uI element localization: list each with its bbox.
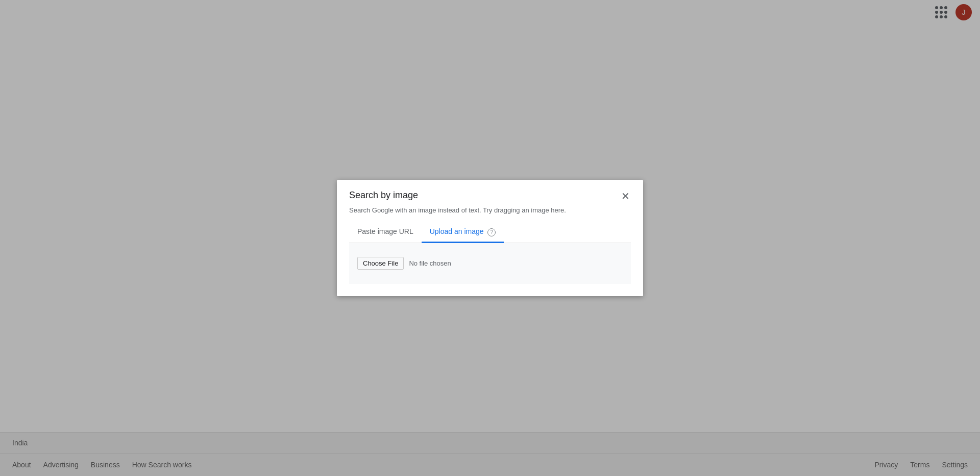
- upload-tab-content: Choose File No file chosen: [349, 243, 631, 284]
- search-by-image-modal: Search by image ✕ Search Google with an …: [337, 180, 643, 296]
- modal-overlay: Search by image ✕ Search Google with an …: [0, 0, 980, 476]
- tab-paste-url[interactable]: Paste image URL: [349, 222, 422, 243]
- close-icon[interactable]: ✕: [620, 190, 631, 202]
- modal-header: Search by image ✕: [349, 190, 631, 202]
- tab-upload-image[interactable]: Upload an image ?: [422, 222, 504, 243]
- file-input-wrapper: Choose File No file chosen: [357, 257, 451, 270]
- modal-subtitle: Search Google with an image instead of t…: [349, 206, 631, 214]
- no-file-text: No file chosen: [409, 259, 451, 267]
- choose-file-button[interactable]: Choose File: [357, 257, 404, 270]
- help-icon[interactable]: ?: [487, 228, 496, 236]
- modal-tabs: Paste image URL Upload an image ?: [349, 222, 631, 243]
- modal-title: Search by image: [349, 190, 418, 201]
